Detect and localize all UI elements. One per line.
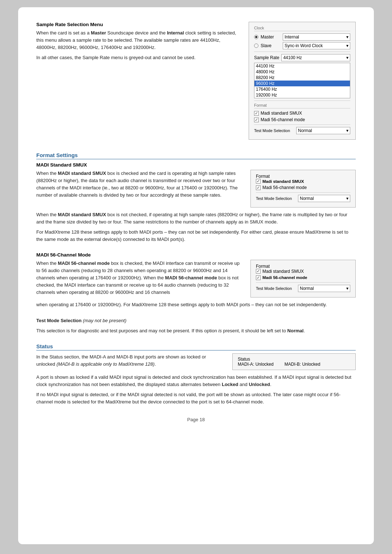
section2-para3: For MadiXtreme 128 these settings apply … — [36, 229, 356, 243]
master-row: Master Internal ▾ — [254, 33, 350, 41]
clock-widget: Clock Master Internal ▾ Slave Sync-in Wo… — [249, 22, 356, 140]
fw1-56ch-checkbox[interactable]: ✓ — [256, 185, 261, 190]
option-176400[interactable]: 176400 Hz — [254, 86, 350, 92]
madi-56ch-checkbox[interactable]: ✓ — [254, 118, 259, 122]
madi-b-label: MADI-B: — [285, 362, 301, 367]
sample-rate-section: Clock Master Internal ▾ Slave Sync-in Wo… — [36, 22, 356, 143]
master-select[interactable]: Internal ▾ — [283, 33, 350, 41]
fw1-smux-checkbox[interactable]: ✓ — [256, 179, 261, 184]
slave-select[interactable]: Sync-in Word Clock ▾ — [283, 42, 350, 49]
fw1-56ch-row: ✓ Madi 56-channel mode — [256, 185, 350, 190]
fw1-test-mode-select[interactable]: Normal ▾ — [298, 195, 350, 202]
option-44100[interactable]: 44100 Hz — [254, 63, 350, 69]
slave-label: Slave — [261, 43, 281, 48]
fw1-group-label: Format — [256, 174, 350, 179]
section3-para2: when operating at 176400 or 192000Hz). F… — [36, 301, 356, 308]
fw1-test-mode-row: Test Mode Selection Normal ▾ — [256, 195, 350, 202]
fw2-test-mode-chevron: ▾ — [346, 286, 348, 291]
option-48000[interactable]: 48000 Hz — [254, 69, 350, 75]
madi-smux-section-title: MADI Standard SMUX — [36, 162, 356, 168]
fw2-test-mode-value: Normal — [300, 286, 314, 291]
fw2-group-label: Format — [256, 264, 350, 269]
slave-select-chevron: ▾ — [346, 43, 348, 48]
fw1-smux-row: ✓ Madi standard SMUX — [256, 179, 350, 184]
page-number: Page 18 — [187, 417, 205, 422]
master-label: Master — [261, 34, 281, 40]
madi-a-value: Unlocked — [256, 362, 274, 367]
test-mode-label: Test Mode Selection — [254, 128, 294, 133]
format-widget-2: Format ✓ Madi standard SMUX ✓ Madi 56-ch… — [250, 260, 356, 297]
fw1-test-mode-value: Normal — [300, 196, 314, 201]
test-mode-select[interactable]: Normal ▾ — [296, 127, 350, 134]
master-select-chevron: ▾ — [346, 34, 348, 40]
slave-row: Slave Sync-in Word Clock ▾ — [254, 42, 350, 49]
test-mode-chevron: ▾ — [346, 128, 348, 133]
madi-56ch-content: Format ✓ Madi standard SMUX ✓ Madi 56-ch… — [36, 260, 356, 301]
madi-smux-checkbox[interactable]: ✓ — [254, 111, 259, 116]
sample-rate-select[interactable]: 44100 Hz ▾ — [281, 54, 350, 61]
option-192000[interactable]: 192000 Hz — [254, 92, 350, 98]
fw2-test-mode-row: Test Mode Selection Normal ▾ — [256, 285, 350, 292]
clock-group-label: Clock — [254, 26, 350, 31]
fw2-smux-label: Madi standard SMUX — [262, 269, 304, 274]
sample-rate-row: Sample Rate 44100 Hz ▾ — [254, 54, 350, 61]
test-mode-title: Test Mode Selection — [36, 318, 82, 323]
section2-para2: When the MADI standard SMUX box is not c… — [36, 211, 356, 226]
format-widget-1: Format ✓ Madi standard SMUX ✓ Madi 56-ch… — [250, 170, 356, 208]
format-settings-title: Format Settings — [36, 152, 356, 159]
test-mode-value: Normal — [298, 128, 312, 133]
test-mode-heading: Test Mode Selection (may not be present) — [36, 317, 356, 324]
test-mode-row: Test Mode Selection Normal ▾ — [254, 127, 350, 134]
madi-56ch-title: MADI 56-Channel Mode — [36, 252, 356, 258]
format-group-label: Format — [254, 103, 350, 108]
status-widget: Status MADI-A: Unlocked MADI-B: Unlocked — [232, 353, 356, 370]
test-mode-section: Test Mode Selection (may not be present)… — [36, 317, 356, 335]
madi-smux-label: Madi standard SMUX — [261, 111, 302, 116]
sample-rate-label: Sample Rate — [254, 55, 279, 60]
madi-a-label: MADI-A: — [238, 362, 254, 367]
fw2-56ch-label: Madi 56-channel mode — [262, 275, 307, 280]
status-content: Status MADI-A: Unlocked MADI-B: Unlocked… — [36, 353, 356, 374]
master-select-value: Internal — [285, 34, 299, 40]
fw2-test-mode-label: Test Mode Selection — [256, 286, 296, 291]
slave-select-value: Sync-in Word Clock — [285, 43, 323, 48]
fw2-smux-row: ✓ Madi standard SMUX — [256, 269, 350, 274]
madi-smux-checkbox-row: ✓ Madi standard SMUX — [254, 111, 350, 116]
option-88200[interactable]: 88200 Hz — [254, 75, 350, 81]
fw2-56ch-checkbox[interactable]: ✓ — [256, 275, 261, 280]
status-section: Status Status MADI-A: Unlocked MADI-B: U… — [36, 343, 356, 406]
option-96000[interactable]: 96000 Hz — [254, 81, 350, 86]
sample-rate-chevron: ▾ — [346, 55, 348, 60]
fw1-smux-label: Madi standard SMUX — [262, 179, 304, 184]
page: Clock Master Internal ▾ Slave Sync-in Wo… — [18, 7, 374, 544]
slave-radio[interactable] — [254, 44, 258, 48]
sample-rate-select-value: 44100 Hz — [283, 55, 302, 60]
status-inner: MADI-A: Unlocked MADI-B: Unlocked — [238, 362, 350, 367]
madi-b-status: MADI-B: Unlocked — [285, 362, 320, 367]
madi-56ch-checkbox-row: ✓ Madi 56-channel mode — [254, 117, 350, 122]
page-footer: Page 18 — [36, 417, 356, 422]
format-settings-section: Format Settings MADI Standard SMUX Forma… — [36, 152, 356, 243]
status-title: Status — [36, 343, 356, 350]
madi-b-value: Unlocked — [302, 362, 320, 367]
madi-a-status: MADI-A: Unlocked — [238, 362, 274, 367]
fw1-test-mode-chevron: ▾ — [346, 196, 348, 201]
sample-rate-dropdown[interactable]: 44100 Hz 48000 Hz 88200 Hz 96000 Hz 1764… — [254, 63, 350, 98]
status-para2: A port is shown as locked if a valid MAD… — [36, 374, 356, 388]
madi-56ch-section: MADI 56-Channel Mode Format ✓ Madi stand… — [36, 252, 356, 308]
madi-56ch-label: Madi 56-channel mode — [261, 117, 305, 122]
fw2-56ch-row: ✓ Madi 56-channel mode — [256, 275, 350, 280]
test-mode-text: This selection is for diagnostic and tes… — [36, 327, 356, 335]
test-mode-subtitle: (may not be present) — [83, 318, 126, 323]
fw2-smux-checkbox[interactable]: ✓ — [256, 269, 261, 274]
fw2-test-mode-select[interactable]: Normal ▾ — [298, 285, 350, 292]
status-para3: If no MADI input signal is detected, or … — [36, 391, 356, 406]
fw1-test-mode-label: Test Mode Selection — [256, 196, 296, 201]
fw1-56ch-label: Madi 56-channel mode — [262, 185, 307, 190]
madi-smux-content: Format ✓ Madi standard SMUX ✓ Madi 56-ch… — [36, 170, 356, 211]
status-group-label: Status — [238, 357, 350, 362]
master-radio[interactable] — [254, 35, 258, 39]
